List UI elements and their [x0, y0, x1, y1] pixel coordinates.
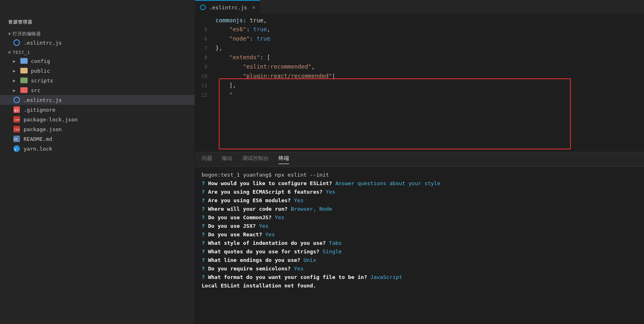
sidebar-file-yarn[interactable]: y yarn.lock	[0, 144, 195, 153]
editor-tab-eslintrc[interactable]: .eslintrc.js ×	[195, 0, 260, 14]
folder-public-label: public	[31, 68, 50, 74]
folder-src-icon	[20, 86, 28, 94]
readme-label: README.md	[24, 136, 52, 142]
terminal[interactable]: bogon:test_1 yuanfang$ npx eslint --init…	[195, 167, 644, 324]
sidebar-file-readme[interactable]: md README.md	[0, 134, 195, 144]
package-label: package.json	[24, 126, 62, 132]
code-line-9: 9 "eslint:recommended",	[195, 62, 644, 71]
eslintrc-icon	[13, 96, 20, 104]
sidebar-file-package-lock[interactable]: json package-lock.json	[0, 114, 195, 124]
svg-text:json: json	[14, 118, 20, 121]
code-editor[interactable]: commonjs: true, 5 "es6": true, 6 "node":…	[195, 14, 644, 152]
sidebar-open-file-eslintrc[interactable]: .eslintrc.js	[0, 38, 195, 48]
eslint-tab-icon	[200, 4, 206, 10]
tab-terminal[interactable]: 终端	[278, 155, 289, 164]
tab-bar: .eslintrc.js ×	[0, 0, 644, 14]
folder-scripts-icon	[20, 77, 28, 84]
folder-src-label: src	[31, 87, 40, 93]
sidebar: 资源管理器 ▼ 打开的编辑器 .eslintrc.js ▼ TEST_1 ▶ c…	[0, 14, 195, 324]
tab-debug-console[interactable]: 调试控制台	[242, 155, 269, 164]
code-lines: commonjs: true, 5 "es6": true, 6 "node":…	[195, 14, 644, 101]
terminal-line-1: ? Are you using ECMAScript 6 features? Y…	[202, 188, 637, 196]
tab-spacer	[0, 0, 195, 14]
project-name: TEST_1	[13, 50, 30, 55]
code-line-6: 6 "node": true	[195, 34, 644, 43]
sidebar-folder-scripts[interactable]: ▶ scripts	[0, 76, 195, 85]
code-line-7: 7 },	[195, 43, 644, 53]
sidebar-file-eslintrc[interactable]: .eslintrc.js	[0, 95, 195, 105]
folder-public-icon	[20, 67, 28, 74]
sidebar-folder-config[interactable]: ▶ config	[0, 56, 195, 66]
open-editors-label: 打开的编辑器	[13, 31, 41, 37]
right-panel: commonjs: true, 5 "es6": true, 6 "node":…	[195, 14, 644, 324]
open-file-name: .eslintrc.js	[24, 40, 62, 46]
terminal-line-12: Local ESLint installation not found.	[202, 282, 637, 290]
sidebar-file-package[interactable]: json package.json	[0, 124, 195, 134]
terminal-prompt-line: bogon:test_1 yuanfang$ npx eslint --init	[202, 171, 637, 179]
code-line-top: commonjs: true,	[195, 16, 644, 25]
folder-src-arrow: ▶	[13, 88, 15, 93]
terminal-line-5: ? Do you use JSX? Yes	[202, 222, 637, 230]
terminal-line-9: ? What line endings do you use? Unix	[202, 256, 637, 264]
package-icon: json	[13, 125, 20, 133]
panel-tabs: 问题 输出 调试控制台 终端	[195, 152, 644, 167]
code-line-8: 8 "extends": [	[195, 53, 644, 62]
svg-text:y: y	[14, 147, 17, 151]
yarn-label: yarn.lock	[24, 146, 52, 152]
sidebar-title: 资源管理器	[0, 14, 195, 28]
terminal-prompt: bogon:test_1 yuanfang$ npx eslint --init	[202, 172, 329, 178]
open-editors-arrow: ▼	[8, 31, 11, 37]
terminal-line-3: ? Where will your code run? Browser, Nod…	[202, 205, 637, 213]
terminal-line-8: ? What quotes do you use for strings? Si…	[202, 248, 637, 256]
sidebar-file-gitignore[interactable]: gi .gitignore	[0, 105, 195, 114]
folder-public-arrow: ▶	[13, 69, 15, 73]
folder-config-arrow: ▶	[13, 59, 15, 63]
main-layout: 资源管理器 ▼ 打开的编辑器 .eslintrc.js ▼ TEST_1 ▶ c…	[0, 14, 644, 324]
code-line-11: 11 ],	[195, 81, 644, 90]
eslint-icon	[13, 39, 20, 46]
terminal-line-2: ? Are you using ES6 modules? Yes	[202, 197, 637, 205]
yarn-icon: y	[13, 145, 20, 152]
terminal-line-10: ? Do you require semicolons? Yes	[202, 265, 637, 273]
code-line-10: 10 "plugin:react/recommended"|	[195, 71, 644, 81]
package-lock-label: package-lock.json	[24, 117, 78, 123]
folder-config-label: config	[31, 58, 50, 64]
open-editors-section: ▼ 打开的编辑器	[0, 28, 195, 38]
folder-scripts-label: scripts	[31, 78, 53, 84]
folder-scripts-arrow: ▶	[13, 78, 15, 83]
terminal-line-11: ? What format do you want your config fi…	[202, 273, 637, 281]
tab-problems[interactable]: 问题	[202, 155, 212, 164]
svg-text:gi: gi	[14, 108, 19, 112]
terminal-line-7: ? What style of indentation do you use? …	[202, 239, 637, 247]
gitignore-icon: gi	[13, 106, 20, 113]
folder-config-icon	[20, 57, 28, 65]
project-section: ▼ TEST_1	[0, 48, 195, 56]
tab-label: .eslintrc.js	[209, 4, 247, 11]
sidebar-folder-public[interactable]: ▶ public	[0, 66, 195, 76]
terminal-line-4: ? Do you use CommonJS? Yes	[202, 214, 637, 222]
gitignore-label: .gitignore	[24, 107, 55, 113]
tab-close-button[interactable]: ×	[252, 4, 255, 11]
package-lock-icon: json	[13, 116, 20, 123]
svg-text:md: md	[14, 138, 17, 141]
code-line-12: 12 "	[195, 90, 644, 99]
terminal-line-6: ? Do you use React? Yes	[202, 231, 637, 239]
readme-icon: md	[13, 135, 20, 143]
code-line-5: 5 "es6": true,	[195, 25, 644, 34]
terminal-line-0: ? How would you like to configure ESLint…	[202, 179, 637, 188]
sidebar-folder-src[interactable]: ▶ src	[0, 85, 195, 95]
project-arrow: ▼	[8, 50, 11, 55]
eslintrc-label: .eslintrc.js	[24, 97, 62, 103]
svg-text:json: json	[14, 128, 20, 131]
tab-output[interactable]: 输出	[222, 155, 233, 164]
